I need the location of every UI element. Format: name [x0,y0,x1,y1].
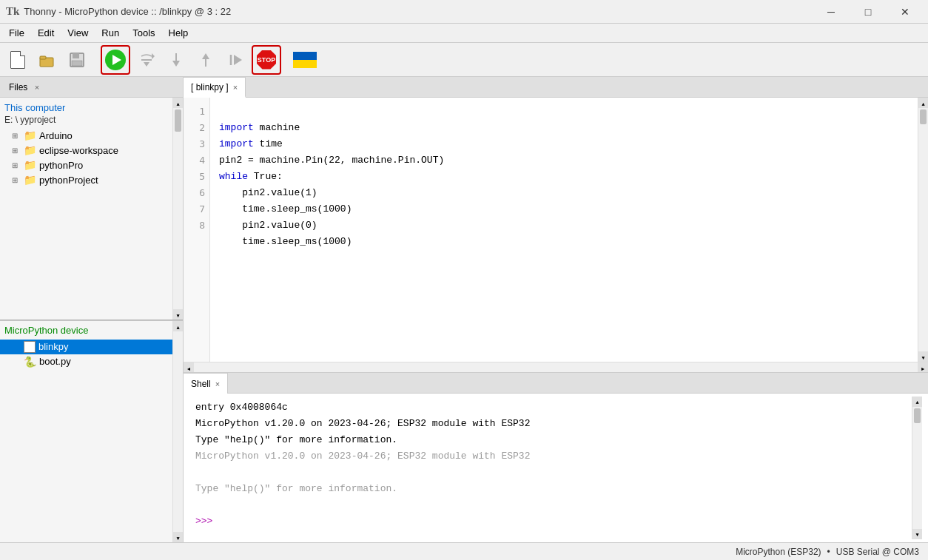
editor-scrollbar-v[interactable] [918,98,928,362]
code-line-1: import machine [219,122,300,133]
svg-marker-13 [234,55,242,65]
shell-scroll-up[interactable] [912,397,922,407]
shell-line-2: MicroPython v1.20.0 on 2023-04-26; ESP32… [195,416,906,432]
svg-rect-4 [72,61,82,66]
editor-tab-close[interactable]: × [233,83,238,92]
debug-icon3 [198,52,214,68]
code-line-8: time.sleep_ms(1000) [219,236,352,247]
expand-icon-pythonpro: ⊞ [12,161,21,169]
tree-item-bootpy[interactable]: 🐍 boot.py [0,354,183,369]
maximize-button[interactable]: □ [851,1,885,22]
menu-help[interactable]: Help [163,26,195,40]
right-panel: [ blinkpy ] × 1 2 3 4 5 6 7 8 import [184,77,928,542]
debug-step-into[interactable] [163,47,189,73]
shell-tab[interactable]: Shell × [184,373,228,394]
play-icon [105,50,126,70]
shell-line-4: MicroPython v1.20.0 on 2023-04-26; ESP32… [195,448,906,465]
file-icon-blinkpy [24,341,36,353]
editor-scrollbar-h[interactable] [184,362,928,372]
micro-scrollbar[interactable] [172,321,183,543]
debug-icon2 [168,52,184,68]
this-computer-title: This computer [4,102,65,113]
shell-line-1: entry 0x4008064c [195,399,906,416]
editor-tab-bar: [ blinkpy ] × [184,77,928,98]
status-separator: • [827,547,830,557]
scroll-thumb [175,109,181,132]
left-panel: Files × This computer ≡ E: \ yyproject ⊞… [0,77,184,542]
tree-item-pythonpro[interactable]: ⊞ 📁 pythonPro [0,158,183,172]
expand-icon-arduino: ⊞ [12,132,21,140]
stop-button-container: STOP [252,45,281,75]
menu-file[interactable]: File [3,26,30,40]
tree-item-pythonproject[interactable]: ⊞ 📁 pythonProject [0,172,183,187]
line-num-8: 8 [184,217,205,234]
shell-text-area[interactable]: entry 0x4008064c MicroPython v1.20.0 on … [189,397,912,539]
svg-rect-1 [40,56,46,59]
files-tab-close[interactable]: × [35,83,39,92]
menu-run[interactable]: Run [95,26,125,40]
run-button[interactable] [104,48,127,72]
shell-tab-label: Shell [191,379,211,389]
open-button[interactable] [34,47,61,73]
flag-yellow [293,60,317,68]
editor-scroll-down[interactable] [918,351,928,362]
tree-label-pythonpro: pythonPro [39,160,83,171]
files-tab-bar: Files × [0,77,183,98]
editor-scroll-thumb [920,109,927,124]
debug-icon1 [138,52,155,68]
folder-icon-pythonproject: 📁 [24,174,36,186]
micro-scroll-up[interactable] [173,321,183,331]
status-bar: MicroPython (ESP32) • USB Serial @ COM3 [0,542,928,560]
h-scroll-right[interactable] [918,362,928,373]
expand-icon-pythonproject: ⊞ [12,176,21,184]
menu-bar: File Edit View Run Tools Help [0,24,928,43]
close-button[interactable]: ✕ [888,1,922,22]
debug-step-out[interactable] [192,47,219,73]
line-numbers: 1 2 3 4 5 6 7 8 [184,98,210,362]
tree-item-arduino[interactable]: ⊞ 📁 Arduino [0,128,183,143]
editor-tab-blinkpy[interactable]: [ blinkpy ] × [184,77,246,98]
debug-step-over[interactable] [133,47,160,73]
new-file-button[interactable] [4,47,31,73]
h-scroll-left[interactable] [184,362,194,373]
micro-scroll-down[interactable] [173,532,183,542]
micropython-header: MicroPython device ≡ [0,321,183,340]
minimize-button[interactable]: ─ [814,1,848,22]
code-line-3: pin2 = machine.Pin(22, machine.Pin.OUT) [219,155,444,166]
ukraine-flag-button[interactable] [292,47,318,73]
app-icon: Tk [6,5,19,18]
line-num-1: 1 [184,104,205,120]
folder-icon-arduino: 📁 [24,129,36,141]
menu-tools[interactable]: Tools [127,26,161,40]
tree-item-eclipse[interactable]: ⊞ 📁 eclipse-workspace [0,143,183,158]
editor-scroll-up[interactable] [918,98,928,108]
tree-item-blinkpy[interactable]: blinkpy [0,340,183,354]
shell-prompt-line[interactable]: >>> [195,513,906,530]
shell-scroll-down[interactable] [912,529,922,539]
this-computer-scrollbar[interactable] [172,98,183,320]
menu-view[interactable]: View [61,26,94,40]
stop-button[interactable]: STOP [255,48,278,72]
code-line-5: pin2.value(1) [219,187,317,198]
shell-tab-close[interactable]: × [215,379,220,388]
menu-edit[interactable]: Edit [32,26,60,40]
main-layout: Files × This computer ≡ E: \ yyproject ⊞… [0,77,928,542]
folder-icon-eclipse: 📁 [24,144,36,156]
this-computer-path: E: \ yyproject [0,115,183,128]
h-scroll-track [194,362,918,372]
svg-marker-11 [202,53,209,59]
save-button[interactable] [64,47,90,73]
status-port: USB Serial @ COM3 [836,547,919,557]
scroll-up-btn[interactable] [173,98,183,108]
files-tab[interactable]: Files × [4,81,44,94]
debug-resume[interactable] [222,47,249,73]
new-file-icon [10,51,25,69]
svg-marker-5 [152,53,155,59]
line-num-3: 3 [184,136,205,152]
scroll-down-btn[interactable] [173,309,183,320]
title-bar: Tk Thonny - MicroPython device :: /blink… [0,0,928,24]
shell-line-5 [195,465,906,481]
tree-label-bootpy: boot.py [39,356,71,367]
code-editor[interactable]: import machine import time pin2 = machin… [210,98,918,362]
shell-scrollbar-v[interactable] [912,397,922,539]
